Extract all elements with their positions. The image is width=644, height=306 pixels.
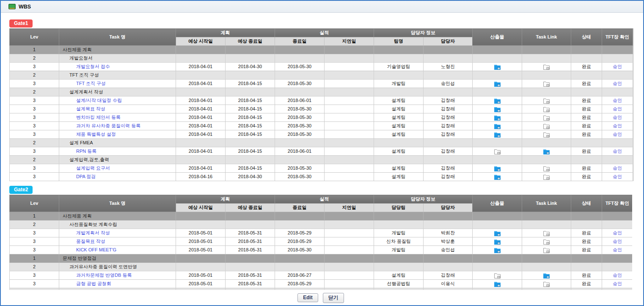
gray-folder-task-link-icon[interactable] <box>543 81 550 87</box>
delay-cell <box>325 271 374 280</box>
tft-confirm-cell: 승인 <box>602 280 633 288</box>
approve-link[interactable]: 승인 <box>613 115 622 120</box>
status-cell <box>571 139 602 147</box>
blue-folder-task-link-icon[interactable] <box>543 149 550 154</box>
blue-folder-deliverable-icon[interactable] <box>494 124 501 129</box>
gray-folder-deliverable-icon[interactable] <box>494 149 501 154</box>
gray-folder-task-link-icon[interactable] <box>543 174 550 180</box>
blue-folder-deliverable-icon[interactable] <box>494 166 501 171</box>
actual-end-cell: 2018-05-30 <box>275 130 325 139</box>
gray-folder-task-link-icon[interactable] <box>543 107 550 112</box>
empty-cell <box>424 288 473 290</box>
task-link-cell <box>522 271 571 280</box>
approve-link[interactable]: 승인 <box>613 98 622 103</box>
task-name-link[interactable]: 제품 특별특성 설정 <box>76 132 116 137</box>
task-name-link[interactable]: 품질목표 작성 <box>76 239 105 244</box>
table-row: 3개발요청서 접수2018-04-012018-04-302018-05-30기… <box>10 63 633 71</box>
approve-link[interactable]: 승인 <box>613 230 622 235</box>
task-name-link[interactable]: 과거차문제점 반영DB 등록 <box>76 273 132 278</box>
gray-folder-task-link-icon[interactable] <box>543 281 550 287</box>
team-cell: 설계팀 <box>374 122 424 130</box>
blue-folder-deliverable-icon[interactable] <box>494 81 501 87</box>
gray-folder-task-link-icon[interactable] <box>543 115 550 121</box>
plan-start-cell: 2018-05-01 <box>176 246 226 254</box>
table-row: 3설계목표 작성2018-04-012018-04-152018-05-30설계… <box>10 105 633 113</box>
blue-folder-deliverable-icon[interactable] <box>494 132 501 138</box>
table-row: 1사전제품 계획 <box>10 46 633 54</box>
approve-link[interactable]: 승인 <box>613 273 622 278</box>
approve-link[interactable]: 승인 <box>613 81 622 86</box>
empty-cell <box>176 288 226 290</box>
col-group-owner-info: 담당자 정보 <box>374 29 473 37</box>
blue-folder-deliverable-icon[interactable] <box>494 107 501 112</box>
task-name-link[interactable]: TFT 조직 구성 <box>76 81 106 86</box>
gray-folder-deliverable-icon[interactable] <box>494 273 501 278</box>
blue-folder-deliverable-icon[interactable] <box>494 98 501 104</box>
approve-link[interactable]: 승인 <box>613 149 622 154</box>
approve-link[interactable]: 승인 <box>613 132 622 137</box>
plan-end-cell <box>226 88 275 96</box>
lev-cell: 2 <box>10 221 59 229</box>
gray-folder-task-link-icon[interactable] <box>543 124 550 129</box>
task-name-link[interactable]: 과거차 유사차종 품질이력 등록 <box>76 123 140 128</box>
task-name-link[interactable]: 설계입력 요구서 <box>76 165 110 171</box>
col-group-actual: 실적 <box>275 29 374 37</box>
blue-folder-deliverable-icon[interactable] <box>494 239 501 245</box>
lev-cell: 3 <box>10 113 59 122</box>
delay-cell <box>325 263 374 271</box>
blue-folder-deliverable-icon[interactable] <box>494 281 501 287</box>
owner-cell: 김창래 <box>424 105 473 113</box>
task-name-link[interactable]: 설계목표 작성 <box>76 106 105 111</box>
approve-link[interactable]: 승인 <box>613 106 622 111</box>
approve-link[interactable]: 승인 <box>613 174 622 179</box>
actual-end-cell <box>275 71 325 80</box>
task-name-cell: 사전제품 계획 <box>59 46 176 54</box>
approve-link[interactable]: 승인 <box>613 239 622 244</box>
gray-folder-task-link-icon[interactable] <box>543 64 550 70</box>
col-header-actual-end: 종료일 <box>275 37 325 46</box>
deliverable-cell <box>473 113 522 122</box>
table-scrollbar[interactable] <box>633 28 634 181</box>
approve-link[interactable]: 승인 <box>613 281 622 286</box>
gray-folder-task-link-icon[interactable] <box>543 166 550 171</box>
plan-end-cell: 2018-04-15 <box>226 113 275 122</box>
empty-cell <box>10 288 59 290</box>
approve-link[interactable]: 승인 <box>613 64 622 69</box>
blue-folder-task-link-icon[interactable] <box>543 273 550 278</box>
blue-folder-deliverable-icon[interactable] <box>494 64 501 70</box>
plan-start-cell: 2018-04-01 <box>176 122 226 130</box>
gray-folder-task-link-icon[interactable] <box>543 239 550 245</box>
task-name-link[interactable]: 설계/시작 대일정 수립 <box>76 98 122 103</box>
edit-button[interactable]: Edit <box>297 293 318 302</box>
lev-cell: 2 <box>10 263 59 271</box>
delay-cell <box>325 139 374 147</box>
gray-folder-task-link-icon[interactable] <box>543 98 550 104</box>
close-button[interactable]: 닫기 <box>323 293 344 303</box>
plan-start-cell <box>176 254 226 263</box>
blue-folder-deliverable-icon[interactable] <box>494 115 501 121</box>
task-name-link[interactable]: 벤치마킹 제안서 등록 <box>76 115 121 120</box>
blue-folder-deliverable-icon[interactable] <box>494 231 501 236</box>
task-link-cell <box>522 54 571 63</box>
task-name-cell: TFT 조직 구성 <box>59 80 176 88</box>
gray-folder-task-link-icon[interactable] <box>543 231 550 236</box>
blue-folder-deliverable-icon[interactable] <box>494 174 501 180</box>
approve-link[interactable]: 승인 <box>613 247 622 252</box>
task-name-link[interactable]: 개발요청서 접수 <box>76 64 110 69</box>
task-name-link[interactable]: KICK OFF MEET'G <box>76 247 116 252</box>
task-name-link[interactable]: 개발계획서 작성 <box>76 230 110 235</box>
task-name-link[interactable]: 금형 공법 공청회 <box>76 281 111 286</box>
approve-link[interactable]: 승인 <box>613 123 622 128</box>
plan-start-cell: 2018-04-16 <box>176 173 226 181</box>
plan-start-cell: 2018-05-01 <box>176 229 226 237</box>
approve-link[interactable]: 승인 <box>613 165 622 171</box>
task-name-link[interactable]: DPA 점검 <box>76 174 96 179</box>
gray-folder-task-link-icon[interactable] <box>543 132 550 138</box>
col-header-delay: 지연일 <box>325 37 374 46</box>
task-name-link[interactable]: RPN 등록 <box>76 149 96 154</box>
owner-cell <box>424 46 473 54</box>
status-cell: 완료 <box>571 63 602 71</box>
blue-folder-deliverable-icon[interactable] <box>494 248 501 253</box>
gray-folder-task-link-icon[interactable] <box>543 248 550 253</box>
plan-end-cell: 2018-04-15 <box>226 147 275 156</box>
